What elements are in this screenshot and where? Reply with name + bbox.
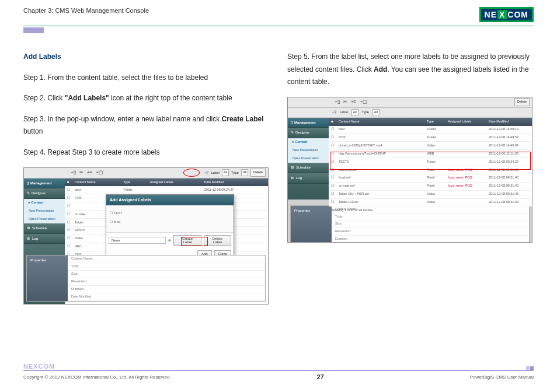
nav-designer[interactable]: ✎Designer [24, 188, 65, 199]
toolbar-add-list-icon[interactable]: +≡ [87, 169, 92, 177]
label-option-test[interactable]: ☐ TEST [110, 209, 230, 218]
add-labels-icon[interactable]: +⚲ [204, 170, 209, 176]
sc1-properties: Properties Content Name:Type:Size:Resolu… [26, 255, 266, 301]
page-header: Chapter 3: CMS Web Management Console NE… [0, 0, 557, 22]
table-row[interactable]: ☐industrial.swfFlashfood, news, POS,2011… [329, 166, 532, 174]
section-title: Add Labels [23, 51, 270, 64]
nav-new-presentation[interactable]: New Presentation [24, 207, 65, 215]
page-footer: NEXCOM Copyright © 2012 NEXCOM Internati… [23, 370, 534, 380]
delete-button[interactable]: Delete [514, 98, 530, 106]
header-divider [23, 26, 534, 26]
type-filter[interactable]: All [373, 109, 380, 116]
sc2-sidebar: ▯Management ✎Designer ▸ Content New Pres… [288, 118, 329, 200]
chapter-title: Chapter 3: CMS Web Management Console [23, 7, 149, 14]
property-field: Duration: [332, 236, 529, 243]
toolbar-cut-icon[interactable]: ✂ [343, 98, 347, 106]
left-column: Add Labels Step 1. From the content tabl… [23, 51, 270, 304]
nav-schedule[interactable]: 🗓Schedule [24, 223, 65, 234]
nav-new-presentation[interactable]: New Presentation [288, 146, 329, 155]
property-field: Duration: [68, 286, 265, 293]
step-3: Step 3. In the pop-up window, enter a ne… [23, 113, 270, 138]
nav-designer[interactable]: ✎Designer [288, 128, 329, 138]
screenshot-1: +▯ ✂ +≡ +▢ +⚲ Label All Type All Delete … [23, 167, 269, 304]
sc2-content-table: ■ Content Name Type Assigned Labels Date… [329, 118, 532, 207]
property-field: Resolution: [68, 278, 265, 286]
property-field: Size: [332, 220, 529, 228]
label-filter[interactable]: All [222, 169, 229, 176]
sc2-filter-row: +⚲ Label All Type All [288, 108, 532, 118]
nav-management[interactable]: ▯Management [24, 178, 65, 189]
add-labels-icon[interactable]: +⚲ [332, 110, 336, 116]
right-column: Step 5. From the label list, select one … [287, 51, 534, 304]
toolbar-add-list-icon[interactable]: +≡ [351, 98, 356, 106]
property-field: Size: [68, 271, 265, 278]
toolbar-cut-icon[interactable]: ✂ [79, 169, 83, 177]
table-row[interactable]: ☐Taipei 101.aviVideo2011-12-08 09:21:39 [329, 198, 532, 206]
toolbar-add-box-icon[interactable]: +▢ [360, 98, 367, 106]
nav-content[interactable]: ▸ Content [288, 138, 329, 146]
table-row[interactable]: ☐Taipei City + HSR.aviVideo2011-12-08 09… [329, 190, 532, 198]
table-row[interactable]: ☐POSFolder2011-12-08 14:49:52 [329, 134, 532, 142]
step-2: Step 2. Click "Add Labels" icon at the r… [23, 92, 270, 105]
table-row[interactable]: ☐food.swfFlashfood, news, POS,2011-12-08… [329, 174, 532, 182]
label-option-food[interactable]: ☐ food [110, 218, 230, 226]
nav-schedule[interactable]: 🗓Schedule [288, 163, 329, 173]
nav-log[interactable]: 🗎Log [24, 234, 65, 244]
sc1-toolbar: +▯ ✂ +≡ +▢ +⚲ Label All Type All Delete [24, 168, 268, 178]
type-filter[interactable]: All [241, 169, 248, 176]
nav-management[interactable]: ▯Management [288, 118, 329, 128]
new-label-input[interactable] [109, 237, 166, 244]
table-row[interactable]: ☐http://tw.msn.com/?ocid=OIE9HPWEB2011-1… [329, 150, 532, 158]
nav-content[interactable]: ▸ Content [24, 199, 65, 207]
step-1: Step 1. From the content table, select t… [23, 72, 270, 85]
content-columns: Add Labels Step 1. From the content tabl… [0, 33, 557, 304]
property-field: Content Name: [68, 256, 265, 263]
plus-icon: ⊕ [168, 237, 171, 244]
copyright-text: Copyright © 2012 NEXCOM International Co… [23, 374, 171, 380]
dialog-title: Add Assigned Labels [106, 195, 234, 206]
delete-button[interactable]: Delete [250, 169, 266, 177]
nav-log[interactable]: 🗎Log [288, 173, 329, 184]
toolbar-add-box-icon[interactable]: +▢ [96, 169, 103, 177]
footer-logo: NEXCOM [23, 363, 55, 370]
step-5: Step 5. From the label list, select one … [287, 51, 534, 89]
nav-open-presentation[interactable]: Open Presentation [24, 215, 65, 223]
add-labels-callout [183, 169, 200, 177]
manual-name: PowerDigiS CMS User Manual [470, 374, 534, 380]
page-number: 27 [317, 373, 324, 380]
table-row[interactable]: ☐on sale.swfFlashfood, news, POS,2011-12… [329, 182, 532, 190]
sc2-toolbar: +▯ ✂ +≡ +▢ Delete [288, 97, 532, 108]
toolbar-add-folder-icon[interactable]: +▯ [335, 98, 340, 106]
footer-decoration [526, 366, 534, 370]
property-field: Date Modified: [68, 293, 265, 301]
step-4: Step 4. Repeat Step 3 to create more lab… [23, 146, 270, 159]
table-row[interactable]: ☐TEST3Ticker2011-12-08 09:24:27 [329, 158, 532, 166]
nexcom-logo: NEXCOM [479, 7, 534, 22]
purple-tab-decoration [23, 27, 44, 33]
showing-entries: Showing 1 to 20 of 20 entries [329, 206, 532, 215]
add-labels-dialog: Add Assigned Labels ☐ TEST ☐ food ⊕ Crea… [106, 194, 234, 261]
table-row[interactable]: ☐bestFolder2011-12-08 09:24:27 [65, 186, 268, 194]
table-row[interactable]: ☐ducati_m1080p20070907.mp4Video2011-12-0… [329, 142, 532, 150]
nav-open-presentation[interactable]: Open Presentation [288, 155, 329, 163]
create-label-button[interactable]: Create Label [173, 235, 201, 246]
toolbar-add-folder-icon[interactable]: +▯ [71, 169, 76, 177]
property-field: Resolution: [332, 228, 529, 236]
delete-label-button[interactable]: Delete Label [204, 235, 231, 246]
screenshot-2: +▯ ✂ +≡ +▢ Delete +⚲ Label All Type All … [287, 97, 532, 243]
table-row[interactable]: ☐bestFolder2011-12-08 14:50:19 [329, 126, 532, 134]
label-filter[interactable]: All [351, 109, 358, 116]
property-field: Type: [68, 263, 265, 271]
